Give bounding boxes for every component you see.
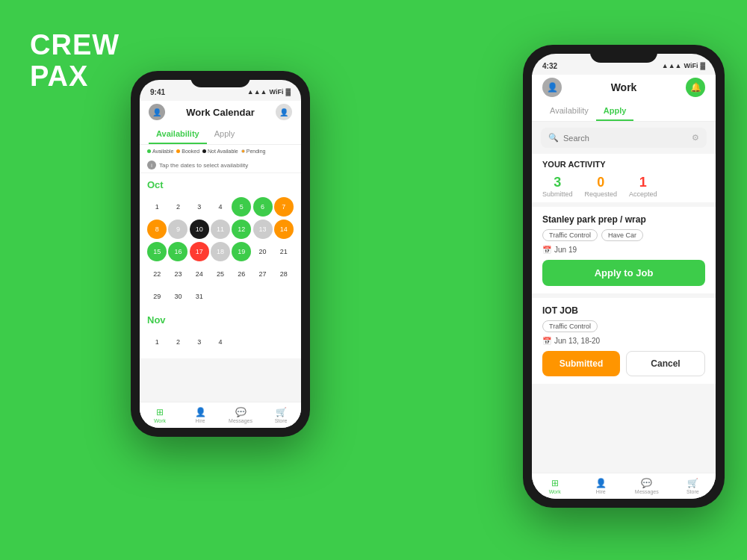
right-status-icons: ▲▲▲ WiFi ▓: [662, 62, 705, 69]
left-info-bar: i Tap the dates to select availability: [140, 158, 301, 173]
job-1-tag-1: Have Car: [601, 229, 643, 241]
oct-grid: 1 2 3 4 5 6 7 8 9 10 11 12 13: [147, 196, 294, 307]
cal-day-gray[interactable]: 9: [168, 220, 187, 239]
right-scroll[interactable]: YOUR ACTIVITY 3 Submitted 0 Requested: [532, 154, 716, 473]
cal-day[interactable]: 30: [168, 287, 187, 306]
left-bottom-nav: ⊞ Work 👤 Hire 💬 Messages 🛒 Store: [140, 402, 301, 428]
right-nav-work[interactable]: ⊞ Work: [532, 476, 578, 496]
cal-day-pending[interactable]: 17: [190, 242, 209, 261]
right-tab-apply[interactable]: Apply: [596, 102, 634, 121]
cal-day-booked[interactable]: 7: [274, 197, 294, 217]
left-tab-availability[interactable]: Availability: [149, 125, 207, 144]
right-title: Work: [611, 81, 637, 93]
info-icon: i: [147, 161, 156, 169]
left-calendar[interactable]: Oct 1 2 3 4 5 6 7 8 9 10 11: [140, 173, 301, 402]
legend-booked-dot: [176, 149, 180, 153]
cal-day-available[interactable]: 19: [232, 242, 251, 261]
nov-label: Nov: [147, 314, 294, 326]
left-tab-apply[interactable]: Apply: [207, 125, 243, 144]
cal-day-available[interactable]: 5: [232, 197, 251, 217]
nov-grid: 1 2 3 4: [147, 332, 294, 352]
cal-day[interactable]: 26: [232, 264, 251, 284]
search-bar[interactable]: 🔍 ⚙: [541, 128, 707, 148]
cal-day[interactable]: 1: [147, 332, 167, 352]
cal-day-booked[interactable]: 14: [274, 220, 294, 239]
right-tab-availability[interactable]: Availability: [542, 102, 596, 121]
right-phone-notch: [590, 45, 657, 63]
right-notif-icon[interactable]: 🔔: [686, 78, 705, 97]
legend-notavail-dot: [202, 149, 206, 153]
cal-day-available[interactable]: 12: [232, 220, 251, 239]
cal-day[interactable]: 4: [211, 332, 230, 352]
cal-day[interactable]: 20: [253, 242, 273, 261]
filter-icon[interactable]: ⚙: [692, 133, 699, 143]
job-2-tag-0: Traffic Control: [542, 320, 598, 332]
right-hire-icon: 👤: [595, 478, 606, 488]
left-nav-store[interactable]: 🛒 Store: [261, 405, 301, 425]
cal-day[interactable]: 27: [253, 264, 273, 284]
cal-day-available[interactable]: 15: [147, 242, 167, 261]
cancel-button[interactable]: Cancel: [626, 351, 705, 376]
cal-day[interactable]: 3: [190, 197, 209, 217]
activity-title: YOUR ACTIVITY: [542, 160, 705, 169]
submitted-count: 3: [554, 175, 561, 190]
cal-day[interactable]: 4: [211, 197, 230, 217]
left-nav-hire[interactable]: 👤 Hire: [180, 405, 220, 425]
right-bottom-nav: ⊞ Work 👤 Hire 💬 Messages 🛒 Store: [532, 473, 716, 499]
accepted-label: Accepted: [629, 190, 657, 198]
job-card-1: Stanley park prep / wrap Traffic Control…: [532, 207, 716, 293]
cal-day[interactable]: 21: [274, 242, 294, 261]
activity-requested: 0 Requested: [585, 175, 618, 198]
apply-to-job-button[interactable]: Apply to Job: [542, 260, 705, 286]
cal-day[interactable]: 25: [211, 264, 230, 284]
cal-day-gray[interactable]: 13: [253, 220, 273, 239]
right-nav-store[interactable]: 🛒 Store: [670, 476, 716, 496]
right-store-icon: 🛒: [687, 478, 698, 488]
left-phone-notch: [190, 71, 250, 87]
right-phone: 4:32 ▲▲▲ WiFi ▓ 👤 Work 🔔 Availability Ap…: [523, 45, 725, 508]
job-2-title: IOT JOB: [542, 305, 705, 316]
cal-day-available[interactable]: 6: [253, 197, 273, 217]
work-icon: ⊞: [155, 407, 165, 417]
activity-submitted: 3 Submitted: [542, 175, 573, 198]
job-2-tags: Traffic Control: [542, 320, 705, 332]
activity-accepted: 1 Accepted: [629, 175, 657, 198]
job-1-title: Stanley park prep / wrap: [542, 214, 705, 225]
left-nav-messages[interactable]: 💬 Messages: [220, 405, 261, 425]
cal-day[interactable]: 28: [274, 264, 294, 284]
left-avatar: 👤: [149, 104, 165, 120]
search-input[interactable]: [563, 134, 687, 143]
cal-day[interactable]: 22: [147, 264, 167, 284]
messages-icon: 💬: [235, 407, 246, 417]
cal-day-booked[interactable]: 8: [147, 220, 167, 239]
cal-day[interactable]: 29: [147, 287, 167, 306]
right-work-icon: ⊞: [550, 478, 560, 488]
cal-day-gray[interactable]: 18: [211, 242, 230, 261]
cal-day[interactable]: 3: [190, 332, 209, 352]
job-2-date: 📅 Jun 13, 18-20: [542, 337, 705, 345]
submitted-button[interactable]: Submitted: [542, 351, 620, 376]
app-logo: CREW PAX: [30, 30, 120, 93]
cal-day-notavail[interactable]: 10: [190, 220, 209, 239]
job-1-tag-0: Traffic Control: [542, 229, 598, 241]
accepted-count: 1: [639, 175, 647, 190]
cal-day-gray[interactable]: 11: [211, 220, 230, 239]
cal-day[interactable]: 2: [168, 197, 187, 217]
job-1-tags: Traffic Control Have Car: [542, 229, 705, 241]
calendar-icon-2: 📅: [542, 337, 551, 345]
cal-day[interactable]: 31: [190, 287, 209, 306]
cal-day[interactable]: 2: [168, 332, 187, 352]
right-nav-hire[interactable]: 👤 Hire: [578, 476, 624, 496]
oct-label: Oct: [147, 179, 294, 190]
left-nav-work[interactable]: ⊞ Work: [140, 405, 180, 425]
job-2-actions: Submitted Cancel: [542, 351, 705, 376]
cal-day[interactable]: 1: [147, 197, 167, 217]
submitted-label: Submitted: [542, 190, 573, 198]
left-tabs: Availability Apply: [140, 125, 301, 145]
cal-day[interactable]: 23: [168, 264, 187, 284]
cal-day-available[interactable]: 16: [168, 242, 187, 261]
legend-available-dot: [147, 149, 151, 153]
left-notif-icon[interactable]: 👤: [276, 104, 292, 120]
cal-day[interactable]: 24: [190, 264, 209, 284]
right-nav-messages[interactable]: 💬 Messages: [624, 476, 670, 496]
